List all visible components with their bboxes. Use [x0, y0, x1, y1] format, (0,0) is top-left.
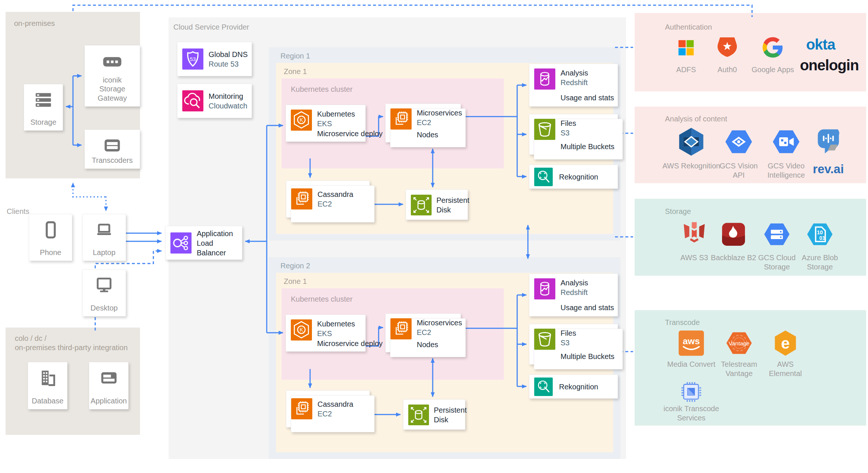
- aws-elemental-caption: AWS Elemental: [765, 360, 806, 378]
- storage-node-card: Storage: [24, 84, 63, 131]
- route53-icon: [182, 48, 203, 70]
- persistent-disk-icon: [411, 195, 432, 215]
- wire-onprem-authentication: [73, 5, 752, 17]
- cassandra-title: Cassandra: [317, 399, 353, 409]
- iconik-transcode-icon: [681, 381, 702, 403]
- ec2-chip-icon: [291, 188, 312, 209]
- gateway-label: iconik Storage Gateway: [94, 76, 130, 103]
- phone-label: Phone: [40, 248, 61, 257]
- server-rack-icon: [34, 90, 53, 110]
- database-label: Database: [32, 396, 64, 405]
- desktop-card: Desktop: [82, 269, 126, 316]
- laptop-label: Laptop: [93, 248, 115, 257]
- phone-icon: [41, 220, 60, 239]
- media-convert-caption: Media Convert: [662, 360, 721, 369]
- analysis-title: Analysis: [561, 278, 588, 288]
- cassandra-card-region1: CassandraEC2: [286, 181, 370, 218]
- rekognition-title: Rekognition: [559, 382, 598, 392]
- desktop-icon: [94, 276, 114, 295]
- phone-card: Phone: [29, 214, 72, 261]
- gcs-vision-caption: GCS Vision API: [716, 161, 761, 180]
- adfs-caption: ADFS: [664, 65, 708, 74]
- microservices-note: Nodes: [417, 131, 438, 139]
- redshift-icon: [534, 68, 555, 90]
- eks-card-region1: KubernetesEKS Microservice deploy: [286, 105, 366, 142]
- application-window-icon: [99, 368, 119, 388]
- microservices-card-region1: MicroservicesEC2 Nodes: [385, 104, 461, 142]
- cassandra-title: Cassandra: [317, 189, 353, 199]
- database-building-icon: [38, 368, 57, 388]
- eks-subtitle: EKS: [317, 119, 355, 128]
- eks-title: Kubernetes: [317, 319, 355, 329]
- transcoder-icon: [103, 136, 122, 155]
- s3-bucket-icon: [534, 119, 555, 140]
- desktop-label: Desktop: [90, 303, 117, 312]
- application-card: Application: [89, 362, 129, 409]
- eks-icon: [291, 319, 312, 341]
- microservices-card-region2: MicroservicesEC2 Nodes: [385, 313, 461, 352]
- analysis-title: Analysis: [561, 68, 588, 78]
- telestream-vantage-caption: Telestream Vantage: [717, 360, 761, 378]
- onelogin-logo: onelogin: [795, 57, 864, 74]
- laptop-card: Laptop: [82, 214, 126, 261]
- aws-s3-icon: [679, 219, 709, 249]
- google-apps-caption: Google Apps: [751, 65, 795, 74]
- gcs-cloud-storage-caption: GCS Cloud Storage: [756, 253, 797, 272]
- revai-icon: [814, 126, 842, 154]
- rekognition-title: Rekognition: [559, 172, 598, 182]
- revai-logo: rev.ai: [808, 162, 849, 176]
- auth0-caption: Auth0: [705, 65, 749, 74]
- ec2-chip-icon: [291, 398, 312, 419]
- load-balancer-title: Application Load Balancer: [197, 229, 238, 258]
- cloudwatch-icon: [182, 90, 203, 111]
- redshift-icon: [534, 278, 555, 299]
- aws-elemental-icon: [771, 329, 800, 358]
- iconik-storage-gateway-card: iconik Storage Gateway: [84, 45, 140, 107]
- azure-blob-icon: [805, 220, 834, 249]
- backblaze-icon: [719, 220, 748, 249]
- microservices-title: Microservices: [417, 108, 462, 118]
- cassandra-card-region2: CassandraEC2: [286, 390, 370, 427]
- microservices-note: Nodes: [417, 341, 438, 349]
- analysis-note: Usage and stats: [561, 303, 614, 312]
- analysis-subtitle: Redshift: [561, 288, 588, 297]
- eks-subtitle: EKS: [317, 329, 355, 338]
- gcs-cloud-storage-icon: [762, 220, 791, 249]
- auth0-icon: [716, 36, 739, 59]
- rekognition-icon: [534, 168, 553, 186]
- cassandra-subtitle: EC2: [317, 409, 353, 419]
- gateway-icon: [101, 51, 124, 72]
- files-note: Multiple Buckets: [561, 142, 615, 151]
- persistent-disk-title: Persistent Disk: [436, 195, 472, 215]
- files-s3-card-region2: FilesS3 Multiple Buckets: [529, 324, 618, 365]
- analysis-note: Usage and stats: [561, 94, 614, 102]
- transcoders-card: Transcoders: [84, 130, 140, 169]
- google-icon: [762, 36, 784, 58]
- gcs-vision-icon: [724, 127, 754, 157]
- analysis-subtitle: Redshift: [561, 78, 588, 87]
- microsoft-adfs-icon: [675, 37, 697, 58]
- files-note: Multiple Buckets: [561, 352, 615, 361]
- persistent-disk-icon: [408, 405, 429, 425]
- files-title: Files: [561, 328, 576, 338]
- rekognition-icon: [534, 378, 553, 396]
- eks-title: Kubernetes: [317, 109, 355, 119]
- database-card: Database: [28, 362, 67, 409]
- aws-media-convert-icon: [677, 329, 706, 358]
- iconik-transcode-caption: iconik Transcode Services: [660, 404, 723, 423]
- microservices-subtitle: EC2: [417, 328, 462, 337]
- laptop-icon: [94, 220, 114, 239]
- microservices-title: Microservices: [417, 318, 462, 328]
- ec2-chip-icon: [390, 318, 412, 339]
- eks-note: Microservice deploy: [317, 130, 383, 138]
- aws-rekognition-icon: [676, 127, 706, 157]
- dotted-connectors: [73, 183, 106, 211]
- gcs-video-caption: GCS Video Intelligence: [762, 161, 810, 180]
- global-dns-card: Global DNSRoute 53: [177, 42, 252, 76]
- azure-blob-caption: Azure Blob Storage: [798, 253, 842, 272]
- gcs-video-intelligence-icon: [771, 127, 801, 157]
- telestream-vantage-icon: [725, 329, 754, 358]
- analysis-redshift-card-region2: AnalysisRedshift Usage and stats: [529, 274, 618, 316]
- eks-icon: [291, 110, 312, 131]
- monitoring-card: MonitoringCloudwatch: [177, 84, 252, 118]
